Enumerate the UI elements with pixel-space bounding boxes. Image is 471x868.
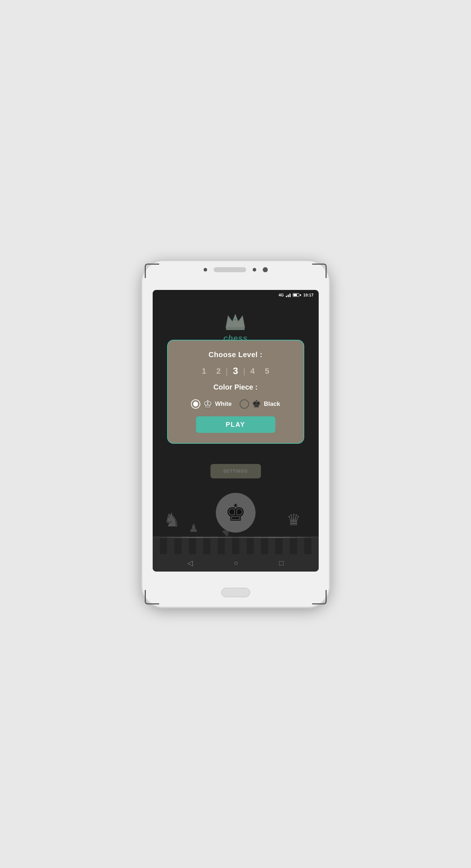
battery-fill — [293, 294, 297, 296]
level-selector: 1 2 | 3 | 4 5 — [179, 365, 292, 377]
corner-decoration-tr — [312, 264, 327, 278]
home-pill[interactable] — [221, 588, 250, 597]
home-button[interactable]: ○ — [234, 559, 238, 567]
black-label: Black — [264, 400, 280, 408]
back-button[interactable]: ◁ — [187, 559, 193, 567]
level-sep-1: | — [226, 366, 228, 376]
white-option[interactable]: ♔ White — [191, 398, 232, 410]
speaker-pill — [214, 267, 246, 272]
app-content: chess — [153, 300, 319, 554]
status-bar: 4G 10:17 — [153, 290, 319, 300]
level-sep-2: | — [243, 366, 245, 376]
signal-bars — [286, 293, 291, 297]
camera-dot — [263, 267, 268, 272]
level-5[interactable]: 5 — [260, 366, 274, 376]
white-radio-fill — [193, 402, 198, 407]
white-piece-icon: ♔ — [203, 398, 212, 410]
battery-tip — [300, 294, 301, 296]
choose-level-title: Choose Level : — [209, 351, 262, 359]
play-button[interactable]: PLAY — [196, 416, 275, 433]
color-piece-title: Color Piece : — [213, 383, 257, 391]
time-text: 10:17 — [303, 293, 313, 297]
battery-body — [293, 293, 299, 297]
color-piece-selector: ♔ White ♚ Black — [179, 398, 292, 410]
nav-bar: ◁ ○ □ — [153, 554, 319, 572]
phone-frame: 4G 10:17 — [142, 261, 330, 607]
black-radio[interactable] — [240, 399, 249, 409]
level-1[interactable]: 1 — [197, 366, 211, 376]
phone-bottom-bar — [221, 588, 250, 599]
speaker-dot-left — [204, 268, 207, 272]
screen: 4G 10:17 — [153, 290, 319, 572]
signal-text: 4G — [279, 293, 284, 297]
level-4[interactable]: 4 — [245, 366, 260, 376]
white-label: White — [215, 400, 232, 408]
signal-bar-2 — [288, 295, 289, 297]
signal-bar-1 — [286, 296, 287, 297]
phone-top-bar — [142, 267, 330, 272]
level-3-active[interactable]: 3 — [228, 365, 243, 377]
dialog-box: Choose Level : 1 2 | 3 | 4 5 Color Piece… — [167, 340, 304, 444]
white-radio[interactable] — [191, 399, 200, 409]
signal-bar-3 — [289, 294, 291, 297]
battery-icon — [293, 293, 301, 297]
corner-decoration-tl — [145, 264, 159, 278]
level-2[interactable]: 2 — [211, 366, 226, 376]
corner-decoration-bl — [145, 590, 159, 604]
speaker-dot-right — [253, 268, 256, 272]
corner-decoration-br — [312, 590, 327, 604]
black-option[interactable]: ♚ Black — [240, 398, 280, 410]
modal-overlay: Choose Level : 1 2 | 3 | 4 5 Color Piece… — [153, 300, 319, 554]
black-piece-icon: ♚ — [252, 398, 261, 410]
recents-button[interactable]: □ — [279, 559, 284, 567]
